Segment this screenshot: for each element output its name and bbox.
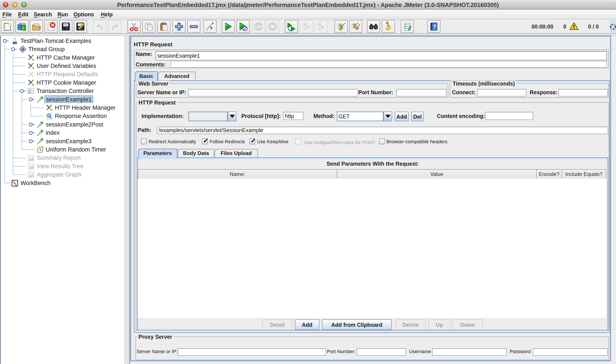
svg-text:STOP: STOP xyxy=(255,25,262,28)
svg-text:?: ? xyxy=(433,24,436,30)
